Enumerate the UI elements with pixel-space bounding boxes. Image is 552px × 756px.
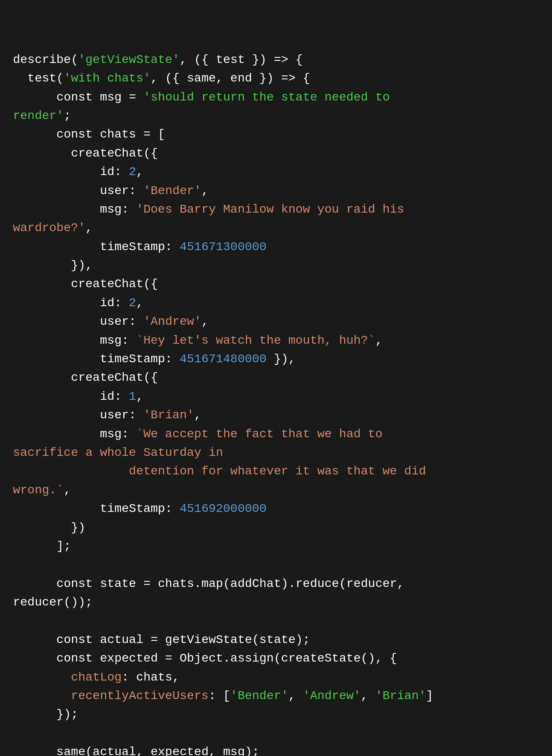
- code-line: recentlyActiveUsers: ['Bender', 'Andrew'…: [13, 687, 539, 705]
- code-token: const expected = Object.assign(createSta…: [13, 652, 397, 665]
- code-token: reducer());: [13, 596, 93, 609]
- code-token: ,: [375, 334, 383, 347]
- code-line: test('with chats', ({ same, end }) => {: [13, 69, 539, 88]
- code-token: wrong.`: [13, 483, 64, 497]
- code-token: : [: [209, 689, 230, 703]
- code-token: describe(: [13, 53, 78, 66]
- code-line: [13, 555, 539, 574]
- code-line: });: [13, 705, 539, 724]
- code-token: recentlyActiveUsers: [71, 689, 208, 703]
- code-token: timeStamp:: [13, 352, 179, 366]
- code-line: const chats = [: [13, 125, 539, 144]
- code-token: id:: [13, 165, 129, 179]
- code-editor: describe('getViewState', ({ test }) => {…: [13, 13, 539, 756]
- code-token: });: [13, 708, 78, 721]
- code-token: user:: [13, 408, 143, 422]
- code-line: msg: `We accept the fact that we had to: [13, 425, 539, 443]
- code-token: id:: [13, 390, 129, 403]
- code-token: test(: [13, 72, 64, 85]
- code-token: same(actual, expected, msg);: [13, 745, 259, 756]
- code-token: ,: [85, 221, 93, 235]
- code-token: sacrifice a whole Saturday in: [13, 446, 223, 459]
- code-line: id: 2,: [13, 163, 539, 181]
- code-token: const state = chats.map(addChat).reduce(…: [13, 577, 404, 590]
- code-content: describe('getViewState', ({ test }) => {…: [13, 50, 539, 756]
- code-line: const expected = Object.assign(createSta…: [13, 649, 539, 668]
- code-token: const chats = [: [13, 128, 165, 141]
- code-token: 1: [129, 390, 136, 403]
- code-token: id:: [13, 296, 129, 310]
- code-token: msg:: [13, 203, 136, 216]
- code-line: wardrobe?',: [13, 219, 539, 237]
- code-line: }): [13, 518, 539, 537]
- code-token: timeStamp:: [13, 240, 179, 254]
- code-line: timeStamp: 451692000000: [13, 499, 539, 518]
- code-line: id: 2,: [13, 294, 539, 312]
- code-token: [13, 671, 71, 684]
- code-line: msg: 'Does Barry Manilow know you raid h…: [13, 200, 539, 219]
- code-line: createChat({: [13, 275, 539, 293]
- code-token: ,: [361, 689, 376, 703]
- code-line: createChat({: [13, 368, 539, 387]
- code-line: const actual = getViewState(state);: [13, 631, 539, 649]
- code-token: ,: [289, 689, 303, 703]
- code-token: }): [13, 521, 85, 534]
- code-token: ,: [64, 483, 71, 497]
- code-line: id: 1,: [13, 387, 539, 406]
- code-line: user: 'Brian',: [13, 406, 539, 424]
- code-token: const msg =: [13, 91, 143, 104]
- code-line: const state = chats.map(addChat).reduce(…: [13, 574, 539, 593]
- code-line: same(actual, expected, msg);: [13, 743, 539, 756]
- code-line: const msg = 'should return the state nee…: [13, 88, 539, 107]
- code-token: 451692000000: [179, 502, 267, 515]
- code-token: timeStamp:: [13, 502, 179, 515]
- code-token: ,: [136, 165, 144, 179]
- code-token: ,: [136, 296, 144, 310]
- code-line: ];: [13, 537, 539, 555]
- code-token: render': [13, 109, 64, 122]
- code-token: const actual = getViewState(state);: [13, 633, 310, 646]
- code-token: user:: [13, 315, 143, 328]
- code-token: 'should return the state needed to: [143, 91, 389, 104]
- code-token: 'Bender': [230, 689, 288, 703]
- code-token: }),: [13, 259, 93, 272]
- code-token: 'Andrew': [143, 315, 201, 328]
- code-line: reducer());: [13, 593, 539, 612]
- code-token: chatLog: [71, 671, 122, 684]
- code-token: `Hey let's watch the mouth, huh?`: [136, 334, 376, 347]
- code-token: ];: [13, 540, 71, 553]
- code-line: msg: `Hey let's watch the mouth, huh?`,: [13, 331, 539, 350]
- code-token: msg:: [13, 334, 136, 347]
- code-token: user:: [13, 184, 143, 198]
- code-line: render';: [13, 107, 539, 125]
- code-token: createChat({: [13, 371, 158, 384]
- code-token: 'with chats': [64, 72, 151, 85]
- code-token: , ({ test }) => {: [179, 53, 303, 66]
- code-token: ,: [201, 184, 209, 198]
- code-token: 'getViewState': [78, 53, 179, 66]
- code-token: 'Brian': [143, 408, 194, 422]
- code-line: timeStamp: 451671300000: [13, 238, 539, 256]
- code-token: 'Andrew': [303, 689, 361, 703]
- code-token: 'Bender': [143, 184, 201, 198]
- code-token: 451671480000: [179, 352, 267, 366]
- code-line: timeStamp: 451671480000 }),: [13, 350, 539, 368]
- code-token: createChat({: [13, 147, 158, 160]
- code-token: , ({ same, end }) => {: [151, 72, 310, 85]
- code-line: chatLog: chats,: [13, 668, 539, 687]
- code-line: [13, 724, 539, 743]
- code-line: sacrifice a whole Saturday in: [13, 443, 539, 462]
- code-token: ,: [201, 315, 209, 328]
- code-token: ]: [426, 689, 433, 703]
- code-line: user: 'Andrew',: [13, 312, 539, 331]
- code-token: 2: [129, 165, 136, 179]
- code-token: ,: [194, 408, 201, 422]
- code-token: 2: [129, 296, 136, 310]
- code-token: wardrobe?': [13, 221, 85, 235]
- code-token: }),: [267, 352, 295, 366]
- code-line: [13, 612, 539, 631]
- code-token: : chats,: [122, 671, 179, 684]
- code-line: detention for whatever it was that we di…: [13, 462, 539, 480]
- code-line: describe('getViewState', ({ test }) => {: [13, 50, 539, 69]
- code-token: 'Does Barry Manilow know you raid his: [136, 203, 405, 216]
